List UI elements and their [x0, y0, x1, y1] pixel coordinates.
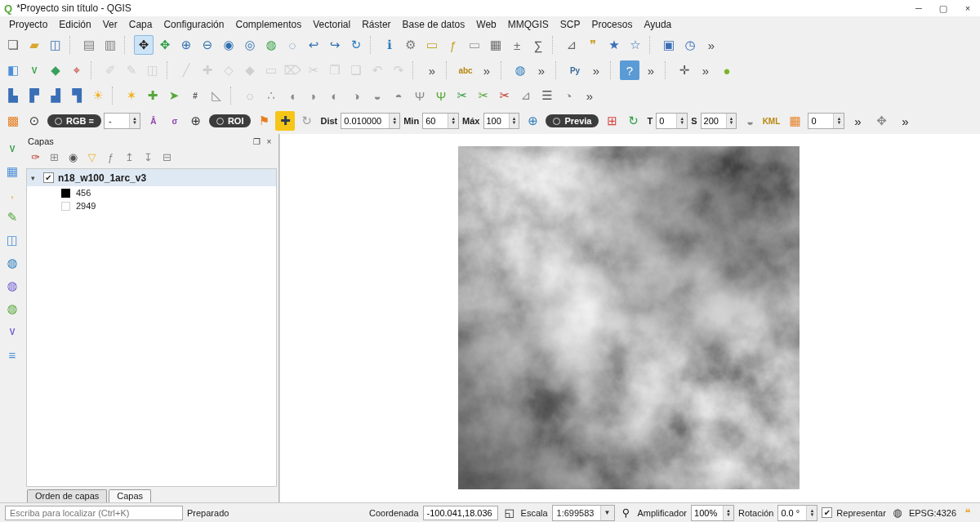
minimize-button[interactable]: ─: [906, 3, 931, 13]
spinner-arrows-icon[interactable]: [389, 114, 399, 128]
signature-fork-icon[interactable]: Ψ: [410, 86, 430, 105]
min-spinbox[interactable]: [422, 113, 459, 129]
max-spinbox[interactable]: [483, 113, 520, 129]
field-calculator-icon[interactable]: ±: [507, 35, 527, 55]
s-input[interactable]: [702, 114, 726, 128]
menu-vectorial[interactable]: Vectorial: [307, 17, 356, 32]
locate-input[interactable]: [5, 506, 183, 520]
more-pointer-button[interactable]: »: [895, 111, 915, 131]
menu-ayuda[interactable]: Ayuda: [638, 17, 677, 32]
help-icon[interactable]: ?: [620, 60, 639, 80]
spectral-distance-icon[interactable]: ⊿: [516, 86, 536, 105]
roi-polygon-icon[interactable]: ◌: [240, 86, 260, 105]
add-spatialite-icon[interactable]: ✎: [2, 207, 22, 227]
spinner-arrows-icon[interactable]: [723, 506, 733, 520]
layer-item[interactable]: ▾ n18_w100_1arc_v3: [27, 169, 276, 186]
statistical-summary-icon[interactable]: ∑: [528, 35, 548, 55]
spinner-arrows-icon[interactable]: [509, 114, 519, 128]
deselect-all-icon[interactable]: ▭: [465, 35, 484, 55]
undo-icon[interactable]: ↶: [368, 60, 387, 80]
zoom-native-icon[interactable]: ◉: [219, 35, 238, 55]
remove-preview-icon[interactable]: ◒: [740, 111, 760, 131]
menu-web[interactable]: Web: [470, 17, 501, 32]
band-set-icon[interactable]: ▛: [24, 86, 44, 105]
dropdown-arrow-icon[interactable]: [600, 506, 614, 520]
refresh-preview-icon[interactable]: ↻: [623, 111, 643, 131]
menu-configuraci-n[interactable]: Configuración: [158, 17, 229, 32]
magnifier-input[interactable]: [692, 506, 723, 520]
scale-combo[interactable]: 1:699583: [552, 505, 615, 521]
roi-zoom-icon[interactable]: ⊕: [186, 111, 206, 131]
josm-remote-icon[interactable]: ●: [717, 60, 737, 80]
split-signature-icon[interactable]: ✂: [452, 86, 472, 105]
dist-input[interactable]: [341, 114, 389, 128]
new-shapefile-layer-icon[interactable]: V: [24, 60, 44, 80]
roi-pill-button[interactable]: ROI: [209, 114, 252, 127]
kml-icon[interactable]: KML: [761, 111, 781, 131]
max-input[interactable]: [484, 114, 509, 128]
map-tips-icon[interactable]: ❞: [583, 35, 603, 55]
messages-icon[interactable]: ❝: [960, 506, 975, 519]
new-print-layout-icon[interactable]: ▤: [79, 35, 99, 55]
metasearch-icon[interactable]: ◍: [510, 60, 530, 80]
new-project-icon[interactable]: ❏: [3, 35, 23, 55]
menu-capa[interactable]: Capa: [123, 17, 158, 32]
min-input[interactable]: [423, 114, 448, 128]
basic-tools-icon[interactable]: ✶: [122, 86, 141, 105]
s-spinbox[interactable]: [701, 113, 737, 129]
redo-icon[interactable]: ↷: [389, 60, 408, 80]
new-bookmark-icon[interactable]: ★: [604, 35, 624, 55]
new-geopackage-layer-icon[interactable]: ◆: [46, 60, 65, 80]
vertex-tool-all-layers-icon[interactable]: ◇: [219, 60, 238, 80]
add-postgis-icon[interactable]: ◫: [2, 230, 22, 250]
more-crosshair-button[interactable]: »: [696, 60, 715, 80]
rgb-composite-icon[interactable]: ⊞: [602, 111, 621, 131]
dist-spinbox[interactable]: [341, 113, 400, 129]
identify-features-icon[interactable]: ℹ: [380, 35, 399, 55]
digitize-with-segment-icon[interactable]: ╱: [176, 60, 196, 80]
pie-classification-icon[interactable]: ◔: [559, 86, 578, 105]
rotation-input[interactable]: [778, 506, 806, 520]
more-labels-button[interactable]: »: [477, 60, 497, 80]
save-layer-edits-icon[interactable]: ◫: [143, 60, 163, 80]
count-spinbox[interactable]: [808, 113, 844, 129]
delete-selected-icon[interactable]: ⌦: [283, 60, 302, 80]
collapse-all-icon[interactable]: ↧: [140, 149, 157, 166]
render-checkbox[interactable]: [822, 507, 832, 518]
show-layout-manager-icon[interactable]: ▥: [100, 35, 120, 55]
more-toolbar1-button[interactable]: »: [702, 35, 721, 55]
band-processing-icon[interactable]: ▟: [46, 86, 65, 105]
roi-dots-icon[interactable]: ∴: [261, 86, 281, 105]
pan-to-selection-icon[interactable]: ✥: [155, 35, 175, 55]
spinner-arrows-icon[interactable]: [726, 114, 737, 128]
add-group-icon[interactable]: ⊞: [46, 149, 63, 166]
zoom-out-icon[interactable]: ⊖: [198, 35, 217, 55]
open-attribute-table-icon[interactable]: ▦: [486, 35, 506, 55]
filter-legend-icon[interactable]: ▽: [83, 149, 100, 166]
style-manager-icon[interactable]: ◧: [3, 60, 23, 80]
rgb-combo[interactable]: -: [104, 113, 140, 129]
spinner-arrows-icon[interactable]: [833, 114, 844, 128]
preprocessing-icon[interactable]: ✚: [143, 86, 163, 105]
rgb-zoom-icon[interactable]: ⊙: [24, 111, 44, 131]
map-canvas[interactable]: [279, 134, 980, 502]
expand-icon[interactable]: ▾: [31, 174, 39, 182]
add-roi-icon[interactable]: ✚: [275, 111, 295, 131]
menu-mmqgis[interactable]: MMQGIS: [502, 17, 555, 32]
zoom-to-layer-icon[interactable]: ◌: [283, 35, 302, 55]
more-digitizing-button[interactable]: »: [422, 60, 442, 80]
python-console-icon[interactable]: Py: [565, 60, 585, 80]
spinner-arrows-icon[interactable]: [448, 114, 458, 128]
current-edits-icon[interactable]: ✐: [100, 60, 120, 80]
combo-spinner-icon[interactable]: [129, 114, 140, 128]
scissors-red-icon[interactable]: ✂: [495, 86, 514, 105]
more-web-button[interactable]: »: [532, 60, 551, 80]
zoom-full-icon[interactable]: ◎: [240, 35, 260, 55]
pan-map-icon[interactable]: ✥: [134, 35, 154, 55]
add-wfs-layer-icon[interactable]: ◍: [2, 299, 22, 319]
algorithm-weight-icon[interactable]: ☰: [537, 86, 557, 105]
refresh-map-icon[interactable]: ↻: [346, 35, 366, 55]
more-plugins-button[interactable]: »: [586, 60, 606, 80]
redo-roi-tool-icon[interactable]: ◗: [304, 86, 323, 105]
maximize-button[interactable]: ▢: [931, 3, 956, 14]
